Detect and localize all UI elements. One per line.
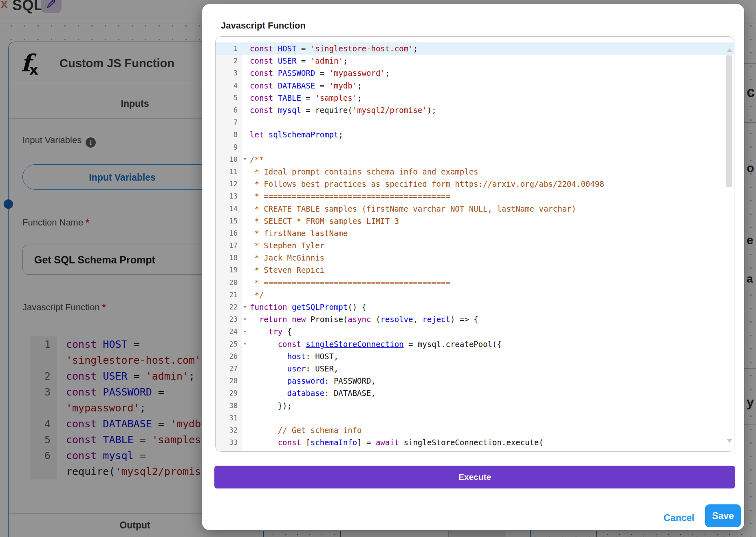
code-text: function getSQLPrompt() {	[248, 303, 366, 312]
code-text: password: PASSWORD,	[248, 376, 376, 385]
code-line-12[interactable]: 12 * Follows best practices as specified…	[216, 178, 734, 190]
line-number: 3	[216, 67, 242, 79]
javascript-function-dialog: Javascript Function 1const HOST = 'singl…	[202, 4, 744, 530]
code-line-10[interactable]: 10/**	[216, 153, 734, 166]
line-number: 28	[216, 375, 242, 387]
line-number: 9	[216, 141, 242, 153]
line-number: 29	[216, 387, 242, 399]
code-line-24[interactable]: 24 try {	[216, 325, 734, 338]
execute-button[interactable]: Execute	[214, 466, 735, 488]
line-number: 22	[216, 301, 242, 313]
code-line-3[interactable]: 3const PASSWORD = 'mypassword';	[216, 67, 734, 79]
code-text: let sqlSchemaPrompt;	[248, 130, 343, 139]
line-number: 16	[216, 227, 242, 239]
screen: x SQL fx Custom JS Function Inputs	[0, 0, 756, 537]
fold-arrow-icon[interactable]	[242, 318, 248, 320]
code-text: * firstName lastName	[248, 229, 348, 238]
code-line-8[interactable]: 8let sqlSchemaPrompt;	[216, 128, 734, 141]
code-text: * CREATE TABLE samples (firstName varcha…	[248, 204, 576, 213]
code-text: const USER = 'admin';	[248, 56, 348, 65]
code-text: host: HOST,	[248, 352, 338, 361]
code-line-25[interactable]: 25 const singleStoreConnection = mysql.c…	[216, 338, 734, 350]
line-number: 19	[216, 264, 242, 276]
code-text: const singleStoreConnection = mysql.crea…	[248, 340, 502, 349]
code-line-21[interactable]: 21 */	[216, 289, 734, 301]
code-text: const TABLE = 'samples';	[248, 93, 362, 102]
code-line-2[interactable]: 2const USER = 'admin';	[216, 55, 734, 67]
code-text: const [schemaInfo] = await singleStoreCo…	[248, 438, 544, 447]
code-line-30[interactable]: 30 });	[216, 399, 734, 411]
scrollbar-thumb[interactable]	[726, 55, 732, 187]
fold-arrow-icon[interactable]	[242, 158, 248, 160]
code-line-7[interactable]: 7	[216, 116, 734, 128]
code-line-18[interactable]: 18 * Jack McGinnis	[216, 252, 734, 264]
code-text: * Jack McGinnis	[248, 253, 324, 262]
code-line-33[interactable]: 33 const [schemaInfo] = await singleStor…	[216, 436, 734, 449]
code-line-28[interactable]: 28 password: PASSWORD,	[216, 375, 734, 387]
code-line-26[interactable]: 26 host: HOST,	[216, 350, 734, 362]
code-text: user: USER,	[248, 364, 338, 373]
line-number: 11	[216, 166, 242, 178]
line-number: 24	[216, 325, 242, 338]
fold-arrow-icon[interactable]	[242, 306, 248, 308]
code-text: * Ideal prompt contains schema info and …	[248, 167, 478, 176]
code-editor[interactable]: 1const HOST = 'singlestore-host.com';2co…	[215, 36, 734, 452]
code-line-20[interactable]: 20 * ===================================…	[216, 276, 734, 289]
fold-arrow-icon[interactable]	[242, 343, 248, 345]
line-number: 5	[216, 92, 242, 104]
code-text: * SELECT * FROM samples LIMIT 3	[248, 217, 399, 225]
code-line-16[interactable]: 16 * firstName lastName	[216, 227, 734, 239]
code-text: const DATABASE = 'mydb';	[248, 81, 362, 90]
code-text: });	[248, 401, 292, 410]
scroll-down-icon[interactable]	[727, 439, 732, 443]
code-line-23[interactable]: 23 return new Promise(async (resolve, re…	[216, 313, 734, 325]
line-number: 4	[216, 80, 242, 92]
line-number: 21	[216, 289, 242, 301]
code-line-5[interactable]: 5const TABLE = 'samples';	[216, 92, 734, 104]
code-text: const mysql = require('mysql2/promise');	[248, 106, 436, 115]
code-line-9[interactable]: 9	[216, 141, 734, 153]
code-text: database: DATABASE,	[248, 389, 376, 398]
code-text: try {	[248, 327, 292, 336]
code-line-17[interactable]: 17 * Stephen Tyler	[216, 239, 734, 252]
code-line-1[interactable]: 1const HOST = 'singlestore-host.com';	[216, 42, 734, 55]
code-line-31[interactable]: 31	[216, 412, 734, 424]
code-line-11[interactable]: 11 * Ideal prompt contains schema info a…	[216, 166, 734, 178]
line-number: 30	[216, 399, 242, 411]
line-number: 25	[216, 338, 242, 350]
line-number: 15	[216, 215, 242, 227]
code-text: // Get schema info	[248, 426, 362, 435]
line-number: 13	[216, 190, 242, 202]
save-button[interactable]: Save	[705, 504, 741, 527]
code-line-34[interactable]: 34 `SELECT * FROM INFORMATION_SCHEMA.COL…	[216, 449, 734, 452]
dialog-title: Javascript Function	[221, 20, 306, 31]
cancel-button[interactable]: Cancel	[655, 510, 703, 526]
line-number: 17	[216, 239, 242, 252]
code-line-6[interactable]: 6const mysql = require('mysql2/promise')…	[216, 104, 734, 116]
line-number: 12	[216, 178, 242, 190]
scroll-up-icon[interactable]	[727, 48, 732, 52]
code-text: /**	[248, 155, 264, 164]
editor-scrollbar[interactable]	[726, 39, 732, 449]
code-line-14[interactable]: 14 * CREATE TABLE samples (firstName var…	[216, 202, 734, 214]
line-number: 31	[216, 412, 242, 424]
code-line-29[interactable]: 29 database: DATABASE,	[216, 387, 734, 399]
fold-arrow-icon[interactable]	[242, 331, 248, 333]
line-number: 33	[216, 436, 242, 449]
line-number: 18	[216, 252, 242, 264]
line-number: 27	[216, 362, 242, 375]
code-line-13[interactable]: 13 * ===================================…	[216, 190, 734, 202]
code-line-15[interactable]: 15 * SELECT * FROM samples LIMIT 3	[216, 215, 734, 227]
code-text: `SELECT * FROM INFORMATION_SCHEMA.COLUMN…	[248, 450, 623, 452]
code-line-32[interactable]: 32 // Get schema info	[216, 424, 734, 436]
line-number: 2	[216, 55, 242, 67]
code-line-4[interactable]: 4const DATABASE = 'mydb';	[216, 80, 734, 92]
code-text: return new Promise(async (resolve, rejec…	[248, 315, 478, 324]
code-line-27[interactable]: 27 user: USER,	[216, 362, 734, 375]
code-text: * Stephen Tyler	[248, 241, 324, 250]
code-line-19[interactable]: 19 * Steven Repici	[216, 264, 734, 276]
code-text: * Steven Repici	[248, 265, 324, 274]
code-line-22[interactable]: 22function getSQLPrompt() {	[216, 301, 734, 313]
line-number: 6	[216, 104, 242, 116]
line-number: 8	[216, 128, 242, 141]
